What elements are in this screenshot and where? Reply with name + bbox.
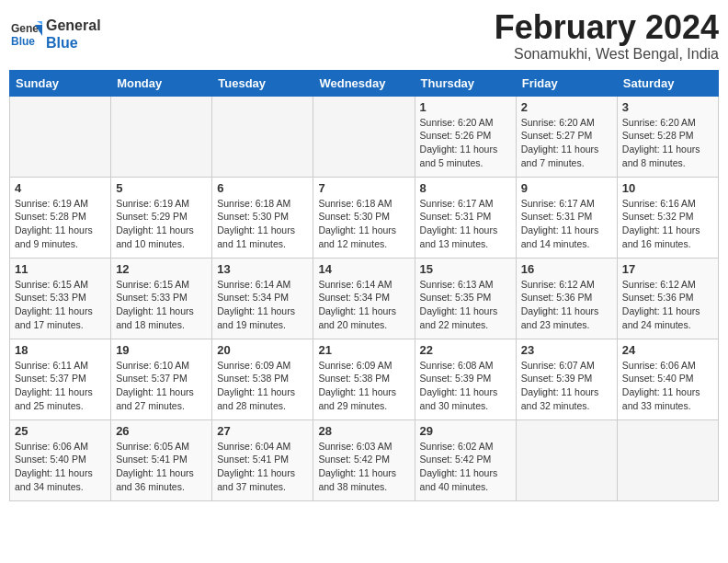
day-info: Sunrise: 6:14 AM Sunset: 5:34 PM Dayligh…	[318, 278, 409, 332]
calendar-cell: 27Sunrise: 6:04 AM Sunset: 5:41 PM Dayli…	[212, 419, 313, 500]
day-number: 27	[217, 424, 308, 438]
calendar-cell: 1Sunrise: 6:20 AM Sunset: 5:26 PM Daylig…	[415, 96, 516, 177]
day-info: Sunrise: 6:05 AM Sunset: 5:41 PM Dayligh…	[116, 440, 207, 494]
calendar-cell: 22Sunrise: 6:08 AM Sunset: 5:39 PM Dayli…	[415, 339, 516, 419]
day-info: Sunrise: 6:18 AM Sunset: 5:30 PM Dayligh…	[318, 197, 409, 251]
calendar-cell: 8Sunrise: 6:17 AM Sunset: 5:31 PM Daylig…	[415, 177, 516, 258]
day-number: 4	[15, 181, 106, 195]
calendar-cell: 2Sunrise: 6:20 AM Sunset: 5:27 PM Daylig…	[516, 96, 617, 177]
day-info: Sunrise: 6:16 AM Sunset: 5:32 PM Dayligh…	[622, 197, 713, 251]
calendar-cell	[212, 96, 313, 177]
title-block: February 2024 Sonamukhi, West Bengal, In…	[495, 9, 719, 63]
day-info: Sunrise: 6:06 AM Sunset: 5:40 PM Dayligh…	[15, 440, 106, 494]
day-info: Sunrise: 6:08 AM Sunset: 5:39 PM Dayligh…	[420, 359, 511, 413]
calendar-week-2: 4Sunrise: 6:19 AM Sunset: 5:28 PM Daylig…	[10, 177, 719, 258]
day-number: 2	[521, 100, 612, 114]
calendar-cell: 21Sunrise: 6:09 AM Sunset: 5:38 PM Dayli…	[313, 339, 415, 419]
day-info: Sunrise: 6:19 AM Sunset: 5:28 PM Dayligh…	[15, 197, 106, 251]
day-number: 5	[116, 181, 207, 195]
calendar-cell: 6Sunrise: 6:18 AM Sunset: 5:30 PM Daylig…	[212, 177, 313, 258]
day-number: 20	[217, 343, 308, 357]
day-info: Sunrise: 6:20 AM Sunset: 5:28 PM Dayligh…	[622, 116, 713, 170]
calendar-cell	[111, 96, 212, 177]
calendar-cell: 16Sunrise: 6:12 AM Sunset: 5:36 PM Dayli…	[516, 258, 617, 339]
day-info: Sunrise: 6:09 AM Sunset: 5:38 PM Dayligh…	[318, 359, 409, 413]
day-number: 12	[116, 262, 207, 276]
day-number: 1	[420, 100, 511, 114]
calendar-cell	[516, 419, 617, 500]
day-info: Sunrise: 6:04 AM Sunset: 5:41 PM Dayligh…	[217, 440, 308, 494]
calendar-cell: 9Sunrise: 6:17 AM Sunset: 5:31 PM Daylig…	[516, 177, 617, 258]
day-number: 6	[217, 181, 308, 195]
calendar-cell: 13Sunrise: 6:14 AM Sunset: 5:34 PM Dayli…	[212, 258, 313, 339]
calendar-cell: 14Sunrise: 6:14 AM Sunset: 5:34 PM Dayli…	[313, 258, 415, 339]
calendar-week-4: 18Sunrise: 6:11 AM Sunset: 5:37 PM Dayli…	[10, 339, 719, 419]
day-number: 14	[318, 262, 409, 276]
calendar-week-5: 25Sunrise: 6:06 AM Sunset: 5:40 PM Dayli…	[10, 419, 719, 500]
calendar-cell	[313, 96, 415, 177]
calendar-cell: 29Sunrise: 6:02 AM Sunset: 5:42 PM Dayli…	[415, 419, 516, 500]
day-info: Sunrise: 6:18 AM Sunset: 5:30 PM Dayligh…	[217, 197, 308, 251]
calendar-cell: 10Sunrise: 6:16 AM Sunset: 5:32 PM Dayli…	[617, 177, 718, 258]
day-number: 7	[318, 181, 409, 195]
calendar-cell: 5Sunrise: 6:19 AM Sunset: 5:29 PM Daylig…	[111, 177, 212, 258]
calendar-cell	[617, 419, 718, 500]
day-number: 11	[15, 262, 106, 276]
day-number: 8	[420, 181, 511, 195]
location: Sonamukhi, West Bengal, India	[495, 46, 719, 63]
page-header: General Blue General Blue February 2024 …	[9, 9, 719, 63]
calendar-cell: 19Sunrise: 6:10 AM Sunset: 5:37 PM Dayli…	[111, 339, 212, 419]
day-info: Sunrise: 6:11 AM Sunset: 5:37 PM Dayligh…	[15, 359, 106, 413]
day-info: Sunrise: 6:15 AM Sunset: 5:33 PM Dayligh…	[116, 278, 207, 332]
day-number: 23	[521, 343, 612, 357]
calendar-cell: 26Sunrise: 6:05 AM Sunset: 5:41 PM Dayli…	[111, 419, 212, 500]
weekday-header-sunday: Sunday	[10, 70, 111, 96]
day-info: Sunrise: 6:19 AM Sunset: 5:29 PM Dayligh…	[116, 197, 207, 251]
calendar-week-1: 1Sunrise: 6:20 AM Sunset: 5:26 PM Daylig…	[10, 96, 719, 177]
logo: General Blue General Blue	[9, 17, 101, 52]
weekday-header-tuesday: Tuesday	[212, 70, 313, 96]
day-number: 24	[622, 343, 713, 357]
day-info: Sunrise: 6:09 AM Sunset: 5:38 PM Dayligh…	[217, 359, 308, 413]
day-number: 22	[420, 343, 511, 357]
day-info: Sunrise: 6:06 AM Sunset: 5:40 PM Dayligh…	[622, 359, 713, 413]
weekday-header-saturday: Saturday	[617, 70, 718, 96]
calendar-cell: 20Sunrise: 6:09 AM Sunset: 5:38 PM Dayli…	[212, 339, 313, 419]
weekday-header-row: SundayMondayTuesdayWednesdayThursdayFrid…	[10, 70, 719, 96]
calendar-cell: 15Sunrise: 6:13 AM Sunset: 5:35 PM Dayli…	[415, 258, 516, 339]
day-number: 10	[622, 181, 713, 195]
day-info: Sunrise: 6:13 AM Sunset: 5:35 PM Dayligh…	[420, 278, 511, 332]
day-number: 15	[420, 262, 511, 276]
day-number: 16	[521, 262, 612, 276]
day-info: Sunrise: 6:17 AM Sunset: 5:31 PM Dayligh…	[420, 197, 511, 251]
logo-blue: Blue	[46, 34, 101, 52]
weekday-header-friday: Friday	[516, 70, 617, 96]
calendar-cell: 3Sunrise: 6:20 AM Sunset: 5:28 PM Daylig…	[617, 96, 718, 177]
calendar-cell: 25Sunrise: 6:06 AM Sunset: 5:40 PM Dayli…	[10, 419, 111, 500]
calendar-cell: 28Sunrise: 6:03 AM Sunset: 5:42 PM Dayli…	[313, 419, 415, 500]
day-number: 28	[318, 424, 409, 438]
day-info: Sunrise: 6:12 AM Sunset: 5:36 PM Dayligh…	[622, 278, 713, 332]
weekday-header-monday: Monday	[111, 70, 212, 96]
day-number: 18	[15, 343, 106, 357]
day-info: Sunrise: 6:20 AM Sunset: 5:26 PM Dayligh…	[420, 116, 511, 170]
weekday-header-thursday: Thursday	[415, 70, 516, 96]
month-title: February 2024	[495, 9, 719, 46]
day-info: Sunrise: 6:12 AM Sunset: 5:36 PM Dayligh…	[521, 278, 612, 332]
calendar-cell: 24Sunrise: 6:06 AM Sunset: 5:40 PM Dayli…	[617, 339, 718, 419]
svg-text:Blue: Blue	[11, 35, 35, 48]
day-number: 9	[521, 181, 612, 195]
calendar-cell: 4Sunrise: 6:19 AM Sunset: 5:28 PM Daylig…	[10, 177, 111, 258]
calendar-cell: 11Sunrise: 6:15 AM Sunset: 5:33 PM Dayli…	[10, 258, 111, 339]
day-info: Sunrise: 6:15 AM Sunset: 5:33 PM Dayligh…	[15, 278, 106, 332]
day-number: 29	[420, 424, 511, 438]
calendar-table: SundayMondayTuesdayWednesdayThursdayFrid…	[9, 70, 719, 501]
day-info: Sunrise: 6:14 AM Sunset: 5:34 PM Dayligh…	[217, 278, 308, 332]
calendar-cell: 18Sunrise: 6:11 AM Sunset: 5:37 PM Dayli…	[10, 339, 111, 419]
day-number: 3	[622, 100, 713, 114]
logo-general: General	[46, 17, 101, 34]
day-info: Sunrise: 6:10 AM Sunset: 5:37 PM Dayligh…	[116, 359, 207, 413]
day-number: 26	[116, 424, 207, 438]
weekday-header-wednesday: Wednesday	[313, 70, 415, 96]
calendar-cell: 7Sunrise: 6:18 AM Sunset: 5:30 PM Daylig…	[313, 177, 415, 258]
